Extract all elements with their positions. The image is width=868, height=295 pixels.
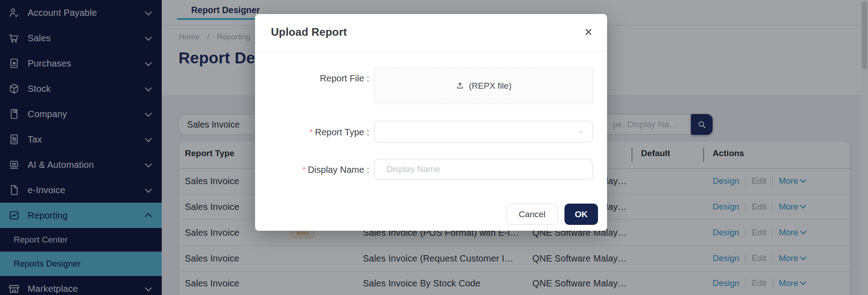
report-file-dropzone[interactable]: (REPX file)	[374, 67, 593, 104]
chevron-down-icon	[578, 128, 584, 135]
required-mark: *	[310, 128, 313, 137]
display-name-input[interactable]	[374, 159, 593, 180]
upload-report-modal: Upload Report ✕ Report File : (REPX file…	[255, 14, 607, 231]
app-root: Account PayableSalesPurchasesStockCompan…	[0, 0, 868, 295]
modal-title: Upload Report	[271, 26, 347, 38]
report-type-label: *Report Type :	[255, 127, 369, 138]
display-name-label: *Display Name :	[255, 165, 369, 175]
required-mark: *	[303, 166, 306, 174]
modal-header-divider	[255, 51, 607, 52]
dropzone-text: (REPX file)	[469, 81, 511, 91]
report-type-select[interactable]	[374, 121, 593, 143]
upload-icon	[455, 81, 465, 90]
ok-button[interactable]: OK	[564, 204, 598, 225]
report-file-label: Report File :	[255, 73, 369, 84]
cancel-button[interactable]: Cancel	[506, 204, 558, 225]
close-icon[interactable]: ✕	[581, 25, 596, 39]
